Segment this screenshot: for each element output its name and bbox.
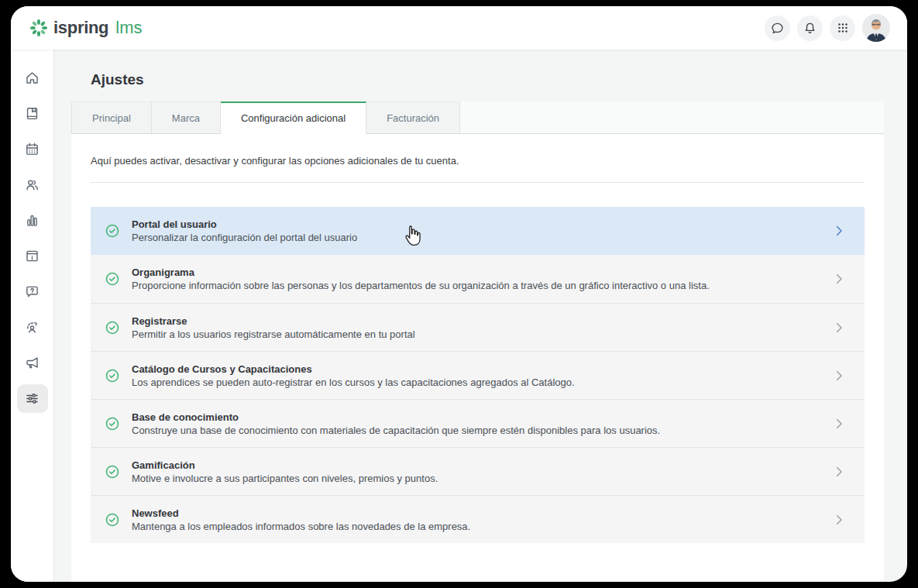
chevron-right-icon: [832, 224, 846, 238]
sidebar-item-users[interactable]: [17, 170, 48, 199]
help-bubble-icon: [24, 284, 40, 300]
check-circle-icon: [105, 320, 120, 335]
chevron-right-icon: [832, 417, 846, 431]
setting-subtitle: Mantenga a los empleados informados sobr…: [132, 520, 832, 533]
ispring-flower-icon: [29, 19, 48, 37]
sidebar-item-quizzes[interactable]: [17, 277, 48, 306]
sidebar-item-announcements[interactable]: [17, 349, 48, 377]
users-icon: [24, 177, 40, 193]
setting-title: Catálogo de Cursos y Capacitaciones: [132, 363, 832, 376]
setting-subtitle: Permitir a los usuarios registrarse auto…: [132, 328, 832, 341]
brand-name: ispring: [53, 18, 108, 38]
row-texts: Gamificación Motive e involucre a sus pa…: [132, 459, 832, 485]
settings-tabs: Principal Marca Configuración adicional …: [71, 101, 884, 134]
tab-principal[interactable]: Principal: [71, 101, 152, 133]
settings-card: Aquí puedes activar, desactivar y config…: [71, 134, 884, 582]
home-icon: [24, 70, 40, 86]
setting-subtitle: Construye una base de conocimiento con m…: [132, 424, 832, 437]
check-circle-icon: [105, 271, 120, 287]
app-window: ispring lms: [11, 6, 907, 582]
check-circle-icon: [105, 223, 120, 239]
setting-title: Gamificación: [132, 459, 832, 472]
person-360-icon: [24, 319, 40, 335]
sidebar-item-reports[interactable]: [17, 206, 48, 235]
row-texts: Newsfeed Mantenga a los empleados inform…: [132, 507, 832, 533]
setting-subtitle: Los aprendices se pueden auto-registrar …: [132, 376, 832, 389]
tab-configuracion-adicional[interactable]: Configuración adicional: [221, 101, 366, 134]
brand-suffix: lms: [115, 18, 142, 38]
row-texts: Portal del usuario Personalizar la confi…: [132, 218, 832, 244]
setting-title: Base de conocimiento: [132, 411, 832, 424]
chevron-right-icon: [832, 513, 846, 527]
sliders-icon: [24, 390, 40, 407]
row-texts: Catálogo de Cursos y Capacitaciones Los …: [132, 363, 832, 389]
check-circle-icon: [105, 416, 120, 432]
user-avatar[interactable]: [862, 14, 890, 42]
brand-logo[interactable]: ispring lms: [29, 18, 142, 38]
settings-description: Aquí puedes activar, desactivar y config…: [91, 134, 865, 167]
tab-facturacion[interactable]: Facturación: [366, 101, 460, 133]
apps-grid-icon: [836, 21, 850, 35]
setting-row-base-de-conocimiento[interactable]: Base de conocimiento Construye una base …: [91, 399, 865, 447]
chat-icon: [770, 21, 785, 36]
apps-button[interactable]: [830, 15, 855, 41]
main-content: Ajustes Principal Marca Configuración ad…: [54, 50, 907, 582]
setting-subtitle: Personalizar la configuración del portal…: [132, 231, 832, 244]
calendar-icon: [24, 141, 40, 157]
topbar-actions: [765, 14, 890, 42]
setting-title: Registrarse: [132, 315, 832, 328]
chat-button[interactable]: [765, 15, 790, 41]
row-texts: Registrarse Permitir a los usuarios regi…: [132, 315, 832, 341]
check-circle-icon: [105, 368, 120, 383]
row-texts: Base de conocimiento Construye una base …: [132, 411, 832, 437]
sidebar-item-events[interactable]: [17, 242, 48, 270]
tab-marca[interactable]: Marca: [152, 101, 221, 133]
check-circle-icon: [105, 512, 120, 528]
row-texts: Organigrama Proporcione información sobr…: [132, 266, 832, 292]
sidebar-item-trainings[interactable]: [17, 313, 48, 342]
tabs-filler: [460, 101, 884, 133]
sidebar-item-settings[interactable]: [17, 384, 48, 413]
setting-row-newsfeed[interactable]: Newsfeed Mantenga a los empleados inform…: [91, 495, 865, 543]
sidebar: [11, 50, 54, 582]
chevron-right-icon: [832, 369, 846, 383]
sidebar-item-home[interactable]: [17, 64, 48, 92]
chevron-right-icon: [832, 272, 846, 286]
info-window-icon: [24, 248, 40, 264]
sidebar-item-courses[interactable]: [17, 99, 48, 128]
bell-icon: [803, 21, 817, 36]
settings-list: Portal del usuario Personalizar la confi…: [91, 207, 865, 543]
megaphone-icon: [24, 355, 40, 371]
setting-row-catalogo[interactable]: Catálogo de Cursos y Capacitaciones Los …: [91, 351, 865, 399]
setting-title: Portal del usuario: [132, 218, 832, 231]
bar-chart-icon: [24, 212, 40, 229]
chevron-right-icon: [832, 321, 846, 335]
notifications-button[interactable]: [797, 15, 823, 41]
sidebar-item-calendar[interactable]: [17, 135, 48, 163]
setting-subtitle: Motive e involucre a sus participantes c…: [132, 472, 832, 485]
setting-title: Newsfeed: [132, 507, 832, 520]
setting-subtitle: Proporcione información sobre las person…: [132, 279, 832, 292]
setting-title: Organigrama: [132, 266, 832, 279]
page-title: Ajustes: [91, 71, 884, 88]
check-circle-icon: [105, 464, 120, 480]
divider: [91, 182, 865, 183]
chevron-right-icon: [832, 465, 846, 479]
book-icon: [24, 105, 40, 122]
topbar: ispring lms: [11, 6, 907, 50]
setting-row-gamificacion[interactable]: Gamificación Motive e involucre a sus pa…: [91, 447, 865, 495]
setting-row-portal-del-usuario[interactable]: Portal del usuario Personalizar la confi…: [91, 207, 865, 255]
setting-row-registrarse[interactable]: Registrarse Permitir a los usuarios regi…: [91, 303, 865, 351]
setting-row-organigrama[interactable]: Organigrama Proporcione información sobr…: [91, 255, 865, 303]
